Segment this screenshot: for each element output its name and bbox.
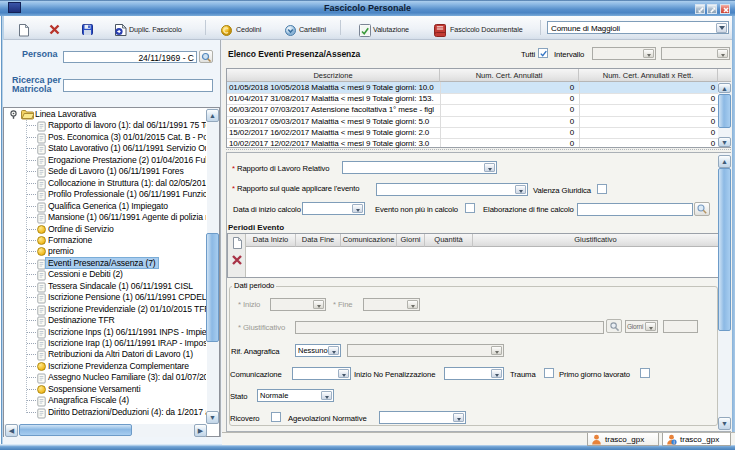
svg-text:i: i: [673, 439, 674, 445]
